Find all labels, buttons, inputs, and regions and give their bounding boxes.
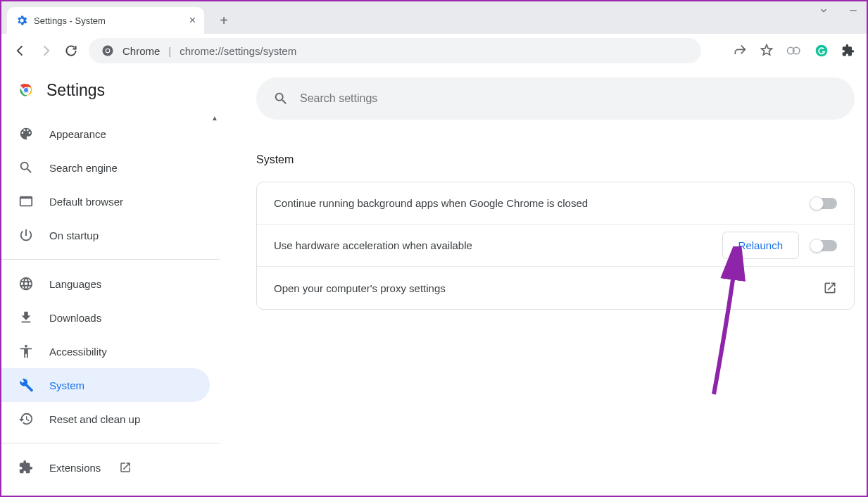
sidebar-item-label: Accessibility [49, 346, 107, 358]
puzzle-icon [18, 460, 34, 475]
row-label: Continue running background apps when Go… [274, 197, 799, 209]
sidebar-item-search-engine[interactable]: Search engine [1, 151, 210, 184]
sidebar-item-accessibility[interactable]: Accessibility [1, 334, 210, 368]
search-icon [18, 160, 34, 175]
tab-title: Settings - System [34, 15, 184, 26]
settings-header: Settings [1, 68, 220, 113]
globe-icon [18, 276, 34, 291]
browser-toolbar: Chrome | chrome://settings/system [1, 34, 867, 68]
sidebar-item-languages[interactable]: Languages [1, 267, 210, 301]
system-settings-card: Continue running background apps when Go… [256, 182, 855, 310]
main-content: System Continue running background apps … [220, 68, 867, 496]
power-icon [18, 227, 34, 243]
sidebar-item-label: Search engine [49, 162, 118, 174]
toggle-hardware-accel[interactable] [810, 240, 837, 251]
relaunch-button[interactable]: Relaunch [722, 232, 799, 259]
sidebar-item-on-startup[interactable]: On startup [1, 218, 210, 252]
address-url: chrome://settings/system [180, 45, 296, 57]
gear-icon [15, 14, 28, 27]
settings-search[interactable] [256, 77, 855, 120]
back-button[interactable] [13, 43, 28, 58]
browser-tab[interactable]: Settings - System × [7, 7, 204, 34]
wrench-icon [18, 377, 34, 393]
extensions-puzzle-icon[interactable] [841, 44, 855, 58]
sidebar-item-label: On startup [49, 229, 99, 241]
sidebar-nav[interactable]: Appearance Search engine Default browser… [1, 113, 220, 496]
section-title: System [256, 153, 858, 166]
close-icon[interactable]: × [189, 14, 196, 27]
open-external-icon [823, 281, 837, 295]
address-label: Chrome [122, 45, 160, 57]
row-label: Open your computer's proxy settings [274, 282, 812, 294]
chrome-icon [101, 44, 114, 57]
svg-point-5 [816, 45, 828, 57]
scroll-up-icon[interactable]: ▲ [210, 114, 220, 124]
sidebar-area: Settings ▲ Appearance Search engine Defa… [1, 68, 220, 496]
sidebar-item-label: Appearance [49, 128, 106, 140]
row-proxy-settings[interactable]: Open your computer's proxy settings [257, 267, 854, 309]
row-hardware-accel: Use hardware acceleration when available… [257, 225, 854, 267]
sidebar-item-label: Default browser [49, 196, 123, 208]
download-icon [18, 310, 34, 325]
sidebar-item-reset[interactable]: Reset and clean up [1, 402, 210, 436]
sidebar-divider [1, 443, 220, 443]
sidebar-item-label: Downloads [49, 312, 101, 324]
window-controls [819, 6, 858, 15]
new-tab-button[interactable]: + [213, 9, 235, 32]
sidebar-item-downloads[interactable]: Downloads [1, 301, 210, 334]
browser-icon [18, 194, 34, 209]
palette-icon [18, 126, 34, 141]
extension-cloud-icon[interactable] [786, 44, 802, 58]
minimize-icon[interactable] [848, 6, 858, 15]
grammarly-icon[interactable] [814, 44, 829, 58]
sidebar-item-system[interactable]: System [1, 368, 210, 402]
page-title: Settings [46, 81, 105, 100]
chrome-logo-icon [17, 81, 35, 99]
restore-icon [18, 411, 34, 427]
address-bar[interactable]: Chrome | chrome://settings/system [89, 38, 701, 63]
accessibility-icon [18, 344, 34, 359]
sidebar-divider [1, 259, 220, 260]
sidebar-item-extensions[interactable]: Extensions [1, 451, 210, 484]
tab-strip: Settings - System × + [1, 1, 867, 34]
address-divider: | [168, 45, 171, 57]
reload-button[interactable] [63, 43, 79, 58]
toggle-background-apps[interactable] [810, 198, 837, 209]
share-icon[interactable] [733, 44, 747, 58]
svg-point-2 [106, 49, 110, 53]
forward-button[interactable] [38, 43, 54, 58]
sidebar-item-default-browser[interactable]: Default browser [1, 184, 210, 218]
sidebar-item-label: Extensions [49, 462, 101, 474]
sidebar-item-label: Languages [49, 278, 101, 290]
content-area: Settings ▲ Appearance Search engine Defa… [1, 68, 867, 496]
bookmark-star-icon[interactable] [760, 44, 774, 58]
sidebar-item-label: System [49, 379, 84, 391]
row-label: Use hardware acceleration when available [274, 239, 711, 251]
search-input[interactable] [300, 92, 838, 105]
sidebar-item-label: Reset and clean up [49, 413, 140, 425]
row-background-apps: Continue running background apps when Go… [257, 182, 854, 225]
search-icon [273, 91, 289, 106]
chevron-down-icon[interactable] [819, 6, 829, 15]
sidebar-item-appearance[interactable]: Appearance [1, 117, 210, 151]
open-external-icon [119, 461, 132, 474]
